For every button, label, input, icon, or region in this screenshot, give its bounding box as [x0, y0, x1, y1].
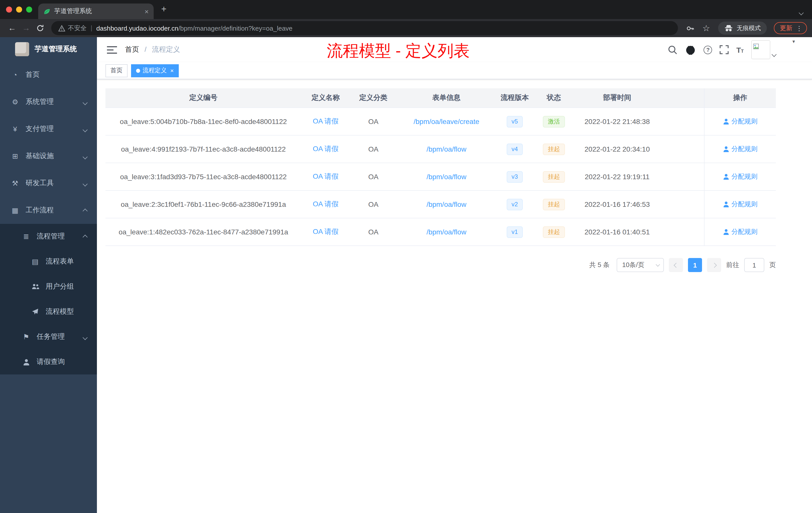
sidebar-item-infrastructure[interactable]: ⊞ 基础设施	[0, 143, 97, 170]
pagination: 共 5 条 10条/页 1 前往 页	[106, 258, 776, 272]
assign-rule-link[interactable]: 分配规则	[723, 145, 757, 154]
person-icon	[22, 359, 30, 365]
column-header-spacer	[660, 88, 704, 108]
forward-button[interactable]: →	[19, 24, 33, 33]
sidebar-item-process-management[interactable]: ≣ 流程管理	[0, 224, 97, 249]
sidebar-item-task-management[interactable]: ⚑ 任务管理	[0, 324, 97, 350]
form-info-link[interactable]: /bpm/oa/leave/create	[413, 117, 479, 125]
address-bar[interactable]: 不安全 | dashboard.yudao.iocoder.cn /bpm/ma…	[51, 21, 678, 35]
column-header-definition-name: 定义名称	[301, 88, 350, 108]
tab-search-chevron-icon[interactable]	[800, 7, 803, 17]
assign-rule-link[interactable]: 分配规则	[723, 200, 757, 209]
reload-button[interactable]	[33, 24, 47, 32]
sidebar-item-leave-query[interactable]: 请假查询	[0, 350, 97, 374]
deploy-time: 2022-01-16 01:40:51	[575, 218, 660, 245]
breadcrumb-separator: /	[145, 45, 147, 53]
definition-name-link[interactable]: OA 请假	[313, 172, 339, 181]
password-key-icon[interactable]	[686, 24, 695, 32]
sidebar-item-payment-management[interactable]: ¥ 支付管理	[0, 116, 97, 143]
form-info-link[interactable]: /bpm/oa/flow	[427, 145, 466, 153]
tag-close-icon[interactable]: ×	[170, 67, 174, 74]
breadcrumb-home[interactable]: 首页	[125, 45, 139, 53]
sidebar-item-user-groups[interactable]: 用户分组	[0, 274, 97, 299]
security-label: 不安全	[68, 24, 87, 32]
help-question-icon[interactable]: ?	[704, 46, 712, 54]
sidebar-item-process-forms[interactable]: ▤ 流程表单	[0, 249, 97, 274]
sidebar-item-home[interactable]: ◔ 首页	[0, 61, 97, 88]
zoom-window-button[interactable]	[26, 6, 32, 12]
tools-icon: ⚒	[11, 179, 19, 187]
row-spacer	[660, 135, 704, 163]
definition-id: oa_leave:5:004b710b-7b8a-11ec-8ef0-acde4…	[106, 108, 301, 135]
flag-icon: ⚑	[22, 333, 30, 341]
chevron-down-icon	[83, 125, 87, 133]
sidebar-item-dev-tools[interactable]: ⚒ 研发工具	[0, 170, 97, 197]
column-header-deploy-time: 部署时间	[575, 88, 660, 108]
chevron-down-icon	[656, 262, 660, 267]
browser-menu-kebab-icon[interactable]: ⋮	[796, 24, 803, 32]
sidebar-toggle-hamburger-icon[interactable]	[107, 46, 117, 54]
status-badge: 挂起	[543, 171, 565, 182]
deploy-time: 2022-01-22 20:34:10	[575, 135, 660, 163]
url-host: dashboard.yudao.iocoder.cn	[96, 24, 178, 32]
assign-rule-link[interactable]: 分配规则	[723, 228, 757, 236]
next-page-button[interactable]	[707, 258, 721, 272]
avatar	[751, 40, 770, 59]
definition-table: 定义编号 定义名称 定义分类 表单信息 流程版本 状态 部署时间 操作 oa_l…	[106, 88, 776, 246]
form-info-link[interactable]: /bpm/oa/flow	[427, 173, 466, 181]
row-spacer	[660, 218, 704, 245]
status-badge: 挂起	[543, 143, 565, 155]
sidebar-item-process-models[interactable]: 流程模型	[0, 299, 97, 324]
assign-rule-link[interactable]: 分配规则	[723, 172, 757, 181]
table-row: oa_leave:5:004b710b-7b8a-11ec-8ef0-acde4…	[106, 108, 776, 135]
assign-rule-link[interactable]: 分配规则	[723, 117, 757, 126]
definition-name-link[interactable]: OA 请假	[313, 228, 339, 236]
definition-id: oa_leave:4:991f2193-7b7f-11ec-a3c8-acde4…	[106, 135, 301, 163]
column-header-form-info: 表单信息	[397, 88, 496, 108]
goto-page-input[interactable]	[744, 258, 764, 272]
page-number-button[interactable]: 1	[688, 258, 702, 272]
fullscreen-icon[interactable]	[720, 45, 729, 54]
deploy-time: 2022-01-22 21:48:38	[575, 108, 660, 135]
app-root: 芋道管理系统 ◔ 首页 ⚙ 系统管理 ¥ 支付管理 ⊞ 基础设施	[0, 37, 812, 513]
column-header-actions: 操作	[704, 88, 776, 108]
close-window-button[interactable]	[6, 6, 12, 12]
row-spacer	[660, 108, 704, 135]
person-icon	[723, 174, 729, 180]
definition-id: oa_leave:3:1fad3d93-7b75-11ec-a3c8-acde4…	[106, 163, 301, 190]
search-icon[interactable]	[668, 45, 678, 55]
tag-process-definition[interactable]: 流程定义 ×	[131, 64, 179, 77]
back-button[interactable]: ←	[5, 24, 19, 33]
font-size-icon[interactable]: TT	[736, 46, 744, 54]
browser-tab[interactable]: 芋道管理系统 ×	[38, 3, 154, 19]
top-navbar: 首页 / 流程定义 流程模型 - 定义列表 ? TT	[97, 37, 812, 62]
bookmark-star-icon[interactable]: ☆	[702, 23, 710, 33]
sidebar-item-system-management[interactable]: ⚙ 系统管理	[0, 88, 97, 116]
form-info-link[interactable]: /bpm/oa/flow	[427, 228, 466, 236]
tag-home[interactable]: 首页	[106, 64, 127, 77]
new-tab-button[interactable]: +	[161, 4, 167, 14]
update-browser-button[interactable]: 更新 ⋮	[774, 22, 807, 34]
paper-plane-icon	[31, 308, 39, 315]
chevron-up-icon	[83, 206, 87, 214]
definition-name-link[interactable]: OA 请假	[313, 200, 339, 209]
status-badge: 挂起	[543, 226, 565, 238]
tab-close-icon[interactable]: ×	[145, 8, 149, 15]
user-avatar-menu[interactable]	[751, 40, 776, 59]
github-icon[interactable]	[685, 44, 696, 55]
minimize-window-button[interactable]	[16, 6, 22, 12]
chevron-down-icon	[772, 49, 776, 58]
security-warning[interactable]: 不安全	[58, 24, 87, 32]
page-size-select[interactable]: 10条/页	[617, 258, 664, 272]
dashboard-icon: ◔	[11, 71, 19, 79]
navbar-actions: ? TT	[668, 37, 776, 62]
breadcrumb: 首页 / 流程定义	[125, 45, 180, 54]
sidebar-item-workflow[interactable]: ▦ 工作流程	[0, 197, 97, 224]
main-area: 首页 / 流程定义 流程模型 - 定义列表 ? TT	[97, 37, 812, 513]
active-dot-icon	[136, 68, 140, 72]
definition-name-link[interactable]: OA 请假	[313, 145, 339, 154]
prev-page-button[interactable]	[669, 258, 683, 272]
workflow-submenu: ≣ 流程管理 ▤ 流程表单 用户分组	[0, 224, 97, 374]
definition-name-link[interactable]: OA 请假	[313, 117, 339, 126]
form-info-link[interactable]: /bpm/oa/flow	[427, 200, 466, 208]
